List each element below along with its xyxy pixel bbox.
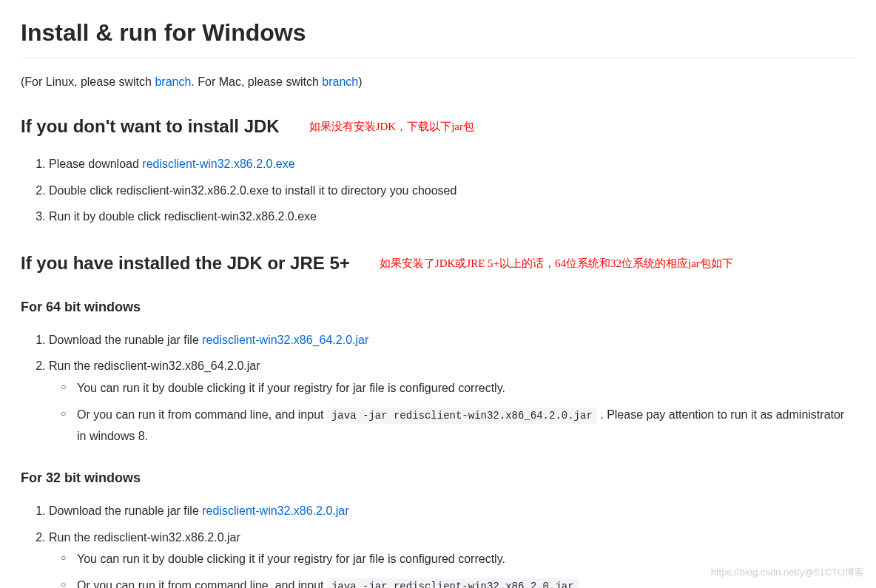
intro-text-c: )	[358, 75, 362, 88]
win32-jar-link[interactable]: redisclient-win32.x86.2.0.jar	[202, 504, 348, 517]
step-text: Run the redisclient-win32.x86_64.2.0.jar	[49, 359, 260, 372]
linux-branch-link[interactable]: branch	[155, 75, 191, 88]
step-download-exe: Please download redisclient-win32.x86.2.…	[49, 153, 855, 175]
intro-text-a: (For Linux, please switch	[21, 75, 155, 88]
watermark: https://blog.csdn.net/y@51CTO博客	[711, 565, 864, 580]
win32-download-step: Download the runable jar file redisclien…	[49, 500, 855, 522]
note-text-a: Or you can run it from command line, and…	[77, 408, 327, 421]
step-text: Download the runable jar file	[49, 504, 202, 517]
win64-substeps: You can run it by double clicking it if …	[49, 377, 855, 447]
note-text-b: .	[579, 579, 585, 588]
win64-steps: Download the runable jar file redisclien…	[21, 329, 855, 447]
win64-command-code: java -jar redisclient-win32.x86_64.2.0.j…	[327, 408, 597, 424]
no-jdk-steps: Please download redisclient-win32.x86.2.…	[21, 153, 855, 228]
win32-command-code: java -jar redisclient-win32.x86.2.0.jar	[327, 578, 579, 588]
win64-jar-link[interactable]: redisclient-win32.x86_64.2.0.jar	[202, 334, 368, 346]
win64-doubleclick-note: You can run it by double clicking it if …	[77, 377, 855, 399]
win64-cmdline-note: Or you can run it from command line, and…	[77, 404, 855, 447]
intro-paragraph: (For Linux, please switch branch. For Ma…	[21, 73, 855, 91]
mac-branch-link[interactable]: branch	[322, 75, 358, 88]
no-jdk-annotation: 如果没有安装JDK，下载以下jar包	[309, 118, 474, 135]
step-run-exe: Run it by double click redisclient-win32…	[49, 206, 855, 228]
no-jdk-title: If you don't want to install JDK	[21, 113, 280, 140]
step-text: Please download	[49, 158, 142, 170]
have-jdk-heading: If you have installed the JDK or JRE 5+ …	[21, 250, 855, 277]
note-text-a: Or you can run it from command line, and…	[77, 579, 327, 588]
win64-run-step: Run the redisclient-win32.x86_64.2.0.jar…	[49, 355, 855, 447]
win32-heading: For 32 bit windows	[21, 468, 855, 488]
win64-heading: For 64 bit windows	[21, 297, 855, 317]
exe-download-link[interactable]: redisclient-win32.x86.2.0.exe	[142, 158, 294, 170]
step-text: Run the redisclient-win32.x86.2.0.jar	[49, 531, 240, 544]
win64-download-step: Download the runable jar file redisclien…	[49, 329, 855, 351]
step-install-exe: Double click redisclient-win32.x86.2.0.e…	[49, 180, 855, 202]
have-jdk-annotation: 如果安装了JDK或JRE 5+以上的话，64位系统和32位系统的相应jar包如下	[380, 255, 733, 272]
have-jdk-title: If you have installed the JDK or JRE 5+	[21, 250, 350, 277]
no-jdk-heading: If you don't want to install JDK 如果没有安装J…	[21, 113, 855, 140]
page-title: Install & run for Windows	[21, 15, 855, 58]
step-text: Download the runable jar file	[49, 334, 202, 346]
intro-text-b: . For Mac, please switch	[191, 75, 322, 88]
